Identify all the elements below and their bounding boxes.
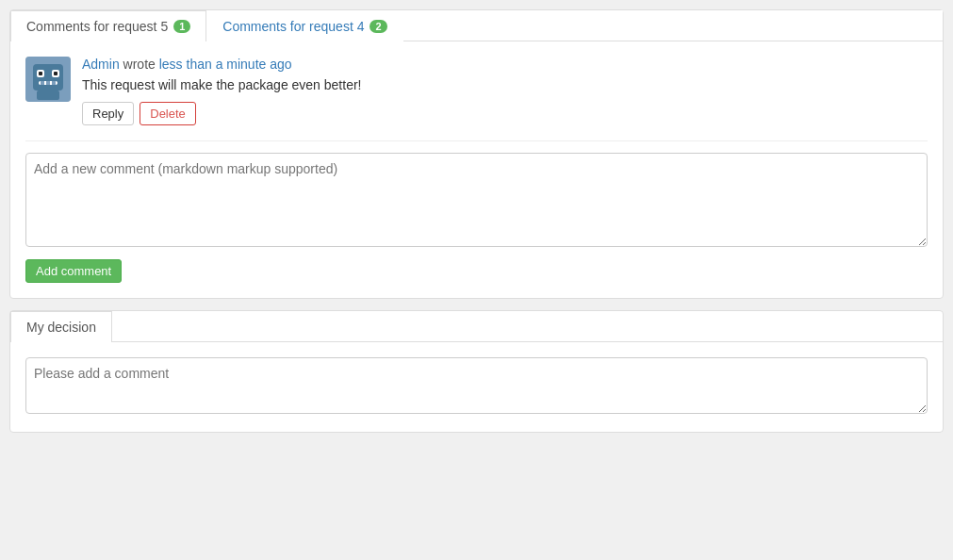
comment-wrote: wrote: [123, 57, 156, 72]
svg-rect-8: [46, 81, 50, 85]
tab2-label: Comments for request 4: [222, 19, 364, 34]
comment-actions: Reply Delete: [82, 102, 928, 125]
reply-button[interactable]: Reply: [82, 102, 134, 125]
decision-tab-label: My decision: [26, 320, 96, 335]
delete-button[interactable]: Delete: [140, 102, 196, 125]
tab2-badge: 2: [370, 20, 386, 33]
comment-author-link[interactable]: Admin: [82, 57, 120, 72]
new-comment-textarea[interactable]: [25, 153, 928, 247]
tab-comments-request-5[interactable]: Comments for request 5 1: [10, 10, 206, 41]
tab-my-decision[interactable]: My decision: [10, 311, 112, 342]
decision-card: My decision: [9, 310, 944, 433]
comments-card: Comments for request 5 1 Comments for re…: [9, 9, 944, 299]
decision-textarea[interactable]: [25, 357, 928, 414]
comment-text: This request will make the package even …: [82, 77, 928, 92]
add-comment-button[interactable]: Add comment: [25, 259, 122, 283]
comment-block: Admin wrote less than a minute ago This …: [25, 57, 928, 125]
svg-rect-9: [52, 81, 56, 85]
decision-body: [10, 342, 943, 432]
divider: [25, 140, 928, 141]
svg-rect-4: [39, 72, 42, 75]
tab1-label: Comments for request 5: [26, 19, 168, 34]
new-comment-area: Add comment: [25, 153, 928, 283]
tab1-badge: 1: [173, 20, 190, 33]
svg-rect-5: [54, 72, 58, 75]
tab-comments-request-4[interactable]: Comments for request 4 2: [206, 10, 403, 41]
page-container: Comments for request 5 1 Comments for re…: [0, 0, 953, 560]
svg-rect-1: [33, 64, 63, 91]
avatar: [25, 57, 71, 102]
comment-content: Admin wrote less than a minute ago This …: [82, 57, 928, 125]
svg-rect-10: [37, 91, 59, 100]
card-body: Admin wrote less than a minute ago This …: [10, 41, 943, 298]
comment-timestamp: less than a minute ago: [159, 57, 292, 72]
tabs-bar: Comments for request 5 1 Comments for re…: [10, 10, 943, 41]
decision-tabs-bar: My decision: [10, 311, 943, 342]
svg-rect-7: [41, 81, 44, 85]
comment-meta: Admin wrote less than a minute ago: [82, 57, 928, 72]
